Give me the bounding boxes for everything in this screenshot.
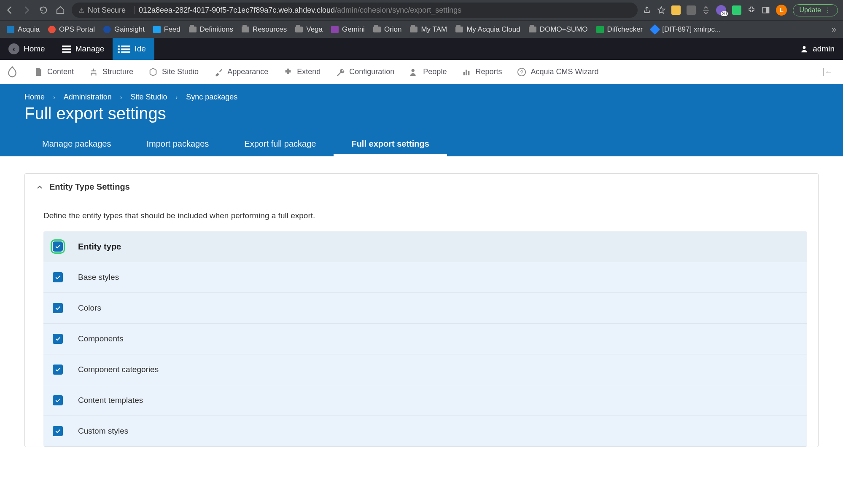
- toolbar-manage[interactable]: Manage: [54, 38, 113, 60]
- hamburger-icon: [62, 46, 71, 53]
- bookmark-item[interactable]: Orion: [373, 25, 402, 34]
- chevron-right-icon: ›: [175, 94, 178, 101]
- star-icon[interactable]: [657, 6, 665, 14]
- entity-header-label: Entity type: [78, 242, 121, 252]
- breadcrumb: Home› Administration› Site Studio› Sync …: [0, 84, 843, 104]
- bookmark-item[interactable]: [DIT-897] xmlrpc...: [651, 25, 721, 34]
- panel-title: Entity Type Settings: [49, 182, 130, 192]
- collapse-menu-icon[interactable]: |←: [818, 67, 837, 77]
- bookmark-favicon: [7, 26, 14, 33]
- bookmark-favicon: [153, 26, 161, 33]
- bookmark-favicon: [48, 26, 56, 33]
- menu-label: Site Studio: [162, 67, 199, 76]
- bookmark-item[interactable]: Gainsight: [103, 25, 145, 34]
- bookmark-favicon: [103, 26, 111, 33]
- home-icon[interactable]: [56, 5, 65, 15]
- panel-body: Define the entity types that should be i…: [25, 200, 818, 447]
- tab-import-packages[interactable]: Import packages: [129, 132, 226, 156]
- bookmark-item[interactable]: OPS Portal: [48, 25, 95, 34]
- folder-icon: [529, 27, 536, 32]
- bookmark-item[interactable]: Resources: [242, 25, 287, 34]
- entity-checkbox[interactable]: [53, 303, 63, 313]
- tab-export-full-package[interactable]: Export full package: [226, 132, 334, 156]
- recycle-icon[interactable]: [702, 6, 710, 14]
- menu-wizard[interactable]: ?Acquia CMS Wizard: [509, 60, 606, 84]
- bookmark-label: Gainsight: [114, 25, 145, 34]
- entity-checkbox[interactable]: [53, 395, 63, 405]
- panel-icon[interactable]: [762, 6, 770, 14]
- entity-checkbox[interactable]: [53, 334, 63, 344]
- menu-people[interactable]: People: [402, 60, 454, 84]
- menu-structure[interactable]: Structure: [81, 60, 141, 84]
- entity-label: Component categories: [78, 365, 159, 374]
- drupal-logo-icon[interactable]: [6, 66, 19, 78]
- nav-arrows: [5, 5, 65, 15]
- bookmark-favicon: [650, 24, 660, 35]
- menu-site-studio[interactable]: Site Studio: [141, 60, 206, 84]
- admin-menu: Content Structure Site Studio Appearance…: [0, 60, 843, 84]
- breadcrumb-item[interactable]: Administration: [64, 93, 112, 102]
- browser-chrome: ⚠ Not Secure 012a8eea-282f-4017-90f5-7c1…: [0, 0, 843, 20]
- entity-checkbox[interactable]: [53, 272, 63, 282]
- tab-full-export-settings[interactable]: Full export settings: [334, 132, 447, 156]
- breadcrumb-item[interactable]: Sync packages: [186, 93, 237, 102]
- update-button[interactable]: Update ⋮: [793, 4, 838, 16]
- user-icon: [800, 45, 808, 53]
- toolbar-home[interactable]: ‹ Home: [0, 38, 54, 60]
- extension-icon[interactable]: [732, 5, 741, 15]
- puzzle-icon[interactable]: [747, 6, 756, 14]
- bookmark-item[interactable]: My TAM: [410, 25, 447, 34]
- toolbar-manage-label: Manage: [75, 44, 105, 54]
- toolbar-home-label: Home: [24, 44, 45, 54]
- entity-list-header: Entity type: [43, 231, 807, 262]
- bookmark-item[interactable]: Gemini: [331, 25, 365, 34]
- menu-configuration[interactable]: Configuration: [328, 60, 402, 84]
- menu-appearance[interactable]: Appearance: [206, 60, 276, 84]
- menu-label: People: [423, 67, 447, 76]
- bookmark-item[interactable]: Acquia: [7, 25, 40, 34]
- menu-reports[interactable]: Reports: [454, 60, 509, 84]
- toolbar-ide[interactable]: Ide: [113, 38, 154, 60]
- reload-icon[interactable]: [39, 5, 48, 15]
- breadcrumb-item[interactable]: Home: [24, 93, 45, 102]
- bookmark-item[interactable]: My Acquia Cloud: [455, 25, 520, 34]
- bookmark-item[interactable]: Feed: [153, 25, 180, 34]
- menu-label: Structure: [102, 67, 133, 76]
- toolbar-user-label: admin: [813, 44, 835, 54]
- entity-checkbox[interactable]: [53, 365, 63, 375]
- select-all-checkbox[interactable]: [53, 241, 63, 252]
- extension-badge-icon[interactable]: [716, 5, 726, 15]
- share-icon[interactable]: [643, 6, 651, 14]
- extension-icon[interactable]: [687, 5, 696, 15]
- svg-point-3: [412, 69, 415, 72]
- bookmark-item[interactable]: Definitions: [189, 25, 233, 34]
- bookmark-item[interactable]: Vega: [295, 25, 323, 34]
- tab-manage-packages[interactable]: Manage packages: [24, 132, 129, 156]
- page-title: Full export settings: [0, 104, 843, 132]
- breadcrumb-item[interactable]: Site Studio: [130, 93, 167, 102]
- bookmark-item[interactable]: DOMO+SUMO: [529, 25, 588, 34]
- panel-header[interactable]: Entity Type Settings: [25, 174, 818, 200]
- bookmark-label: Gemini: [342, 25, 365, 34]
- toolbar-user[interactable]: admin: [792, 38, 843, 60]
- bookmark-item[interactable]: Diffchecker: [596, 25, 643, 34]
- entity-label: Custom styles: [78, 426, 128, 436]
- back-icon[interactable]: [5, 5, 14, 15]
- forward-icon[interactable]: [22, 5, 31, 15]
- profile-avatar[interactable]: L: [776, 5, 787, 16]
- address-bar[interactable]: ⚠ Not Secure 012a8eea-282f-4017-90f5-7c1…: [72, 3, 638, 18]
- back-circle-icon: ‹: [8, 43, 19, 54]
- entity-checkbox[interactable]: [53, 426, 63, 436]
- menu-content[interactable]: Content: [26, 60, 81, 84]
- bookmark-label: OPS Portal: [59, 25, 95, 34]
- entity-label: Base styles: [78, 273, 119, 282]
- folder-icon: [189, 27, 197, 32]
- svg-text:?: ?: [520, 69, 523, 75]
- extension-icon[interactable]: [671, 5, 681, 15]
- bookmark-label: [DIT-897] xmlrpc...: [662, 25, 721, 34]
- bookmarks-overflow-icon[interactable]: »: [832, 24, 836, 34]
- menu-extend[interactable]: Extend: [276, 60, 328, 84]
- more-dots-icon: ⋮: [824, 6, 832, 14]
- folder-icon: [455, 27, 463, 32]
- menu-label: Content: [47, 67, 74, 76]
